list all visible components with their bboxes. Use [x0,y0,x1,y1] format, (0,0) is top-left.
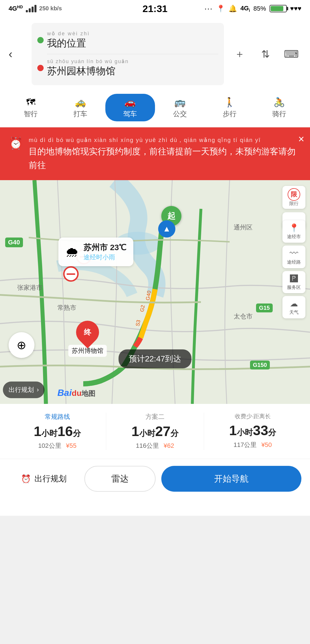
navigation-arrow: ▲ [158,220,175,238]
route-tag-1: 常规路线 [45,413,70,421]
origin-text: 我的位置 [47,37,218,50]
tab-drive[interactable]: 🚗 驾车 [105,94,155,121]
start-label: 起 [167,211,175,221]
alert-text: mù dì dì bó wù guǎn xiàn shí xíng yù yuē… [29,135,301,172]
bike-icon: 🚴 [274,97,285,108]
destination-text: 苏州园林博物馆 [47,65,218,78]
tab-taxi[interactable]: 🚕 打车 [55,94,105,121]
restrict-button[interactable]: 限 限行 [282,186,305,209]
back-button[interactable]: ‹ [9,48,26,61]
origin-pinyin: wǒ de wèi zhì [47,30,218,37]
weather-label: 天气 [289,310,299,316]
weather-temperature: 苏州市 23℃ [84,242,126,253]
city-label-changshu: 常熟市 [57,303,76,312]
tab-transit[interactable]: 🚌 公交 [155,94,205,121]
destination-row[interactable]: sū zhōu yuán lín bó wù guǎn 苏州园林博物馆 [37,55,218,81]
route-city-icon: 📍 [289,223,299,233]
hearts-icon: ♥♥♥ [290,5,301,12]
service-area-button[interactable]: 🅿 服务区 [282,271,305,293]
limit-label: 限行 [289,201,299,207]
baidu-map-text: 地图 [82,390,95,397]
route-meta-2: 116公里 ¥62 [136,441,174,450]
route-option-2[interactable]: 方案二 1小时27分 116公里 ¥62 [106,413,204,450]
tab-bike-label: 骑行 [272,109,286,118]
route-time-1: 1小时16分 [34,423,81,439]
route-preference-button[interactable]: 出行规划 › [3,382,44,398]
more-icon: ··· [204,4,213,13]
limit-icon: 限 [288,188,300,201]
status-time: 21:31 [143,3,168,14]
weather-icon: 🌧 [65,244,79,260]
tab-bike[interactable]: 🚴 骑行 [255,94,304,121]
alert-banner: ⏰ mù dì dì bó wù guǎn xiàn shí xíng yù y… [0,127,310,180]
route-distance-3: 117公里 [234,441,257,448]
search-actions: ＋ ⇅ ⌨ [230,44,301,64]
tab-transit-label: 公交 [173,109,187,118]
origin-row[interactable]: wǒ de wèi zhì 我的位置 [37,28,218,53]
my-location-button[interactable]: ⊕ [9,332,34,358]
status-bar: 4GHD 250 kb/s 21:31 ··· 📍 🔔 4Gi 85% ♥♥♥ [0,0,310,17]
bottom-safe-area [0,499,310,516]
weather-description: 途经时小雨 [84,253,126,262]
navigate-button[interactable]: 开始导航 [161,466,301,492]
city-label-tongzhou: 通州区 [234,223,253,232]
restriction-sign-2 [63,266,79,282]
route-meta-1: 102公里 ¥55 [38,441,77,450]
svg-text:G2: G2 [139,305,146,312]
plan-label: 出行规划 [34,473,67,484]
route-time-2: 1小时27分 [131,423,179,439]
eta-label: 预计22:47到达 [119,349,191,368]
svg-text:S3: S3 [135,320,142,327]
plan-icon: ⏰ [21,474,31,484]
signal-bars [26,5,36,12]
transit-icon: 🚌 [174,97,186,108]
route-pref-arrow: › [37,386,39,394]
map-area[interactable]: G40 G2 S3 张家港市 常熟市 太仓市 通州区 G40 G15 G150 … [0,180,310,404]
search-header: ‹ wǒ de wèi zhì 我的位置 sū zhōu yuán lín bó… [0,17,310,91]
g150-label: G150 [250,361,270,369]
bottom-actions: ⏰ 出行规划 雷达 开始导航 [0,459,310,499]
route-option-1[interactable]: 常规路线 1小时16分 102公里 ¥55 [9,413,106,450]
alert-close-button[interactable]: × [298,133,304,145]
radar-button[interactable]: 雷达 [84,466,156,492]
city-label-zhangjiagng: 张家港市 [17,283,42,292]
tab-smart[interactable]: 🗺 智行 [6,94,55,121]
alert-clock-icon: ⏰ [9,137,23,150]
route-time-3: 1小时33分 [229,423,276,438]
route-option-3[interactable]: 收费少·距离长 1小时33分 117公里 ¥50 [204,413,301,450]
baidu-b: Bai [57,388,72,398]
notification-icon: 🔔 [228,5,237,13]
drive-icon: 🚗 [124,97,136,108]
route-tag-3: 收费少·距离长 [235,413,271,420]
route-road-button[interactable]: 〰 途经路 [282,246,305,268]
route-road-label: 途经路 [287,259,301,265]
radar-label: 雷达 [111,473,129,485]
battery-box [270,5,287,12]
route-price-3: ¥50 [261,441,272,448]
tab-walk[interactable]: 🚶 步行 [205,94,254,121]
city-label-taicang: 太仓市 [234,312,253,321]
transport-tabs: 🗺 智行 🚕 打车 🚗 驾车 🚌 公交 🚶 步行 🚴 骑行 [0,91,310,127]
network-icon: 4Gi [241,5,250,13]
route-time-1-text: 1小时16分 [34,424,81,439]
weather-button[interactable]: ☁ 天气 [282,296,305,318]
baidu-du: du [72,389,82,398]
end-marker: 终 苏州博物馆 [68,321,107,357]
map-right-tools: 📍 途经市 〰 途经路 🅿 服务区 ☁ 天气 [282,220,305,318]
map-svg: G40 G2 S3 [0,180,310,404]
keyboard-button[interactable]: ⌨ [281,44,301,64]
end-label: 终 [84,327,91,337]
swap-button[interactable]: ⇅ [255,44,276,64]
tab-walk-label: 步行 [223,109,237,118]
tab-smart-label: 智行 [24,109,38,118]
route-options: 常规路线 1小时16分 102公里 ¥55 方案二 1小时27分 116公里 ¥… [0,404,310,459]
location-icon: 📍 [216,5,225,13]
route-city-label: 途经市 [287,234,301,240]
search-divider [47,54,218,54]
route-city-button[interactable]: 📍 途经市 [282,220,305,243]
plan-button[interactable]: ⏰ 出行规划 [9,466,79,492]
service-area-label: 服务区 [287,285,301,291]
tab-taxi-label: 打车 [73,109,87,118]
g15-label: G15 [256,303,273,312]
add-waypoint-button[interactable]: ＋ [230,44,250,64]
